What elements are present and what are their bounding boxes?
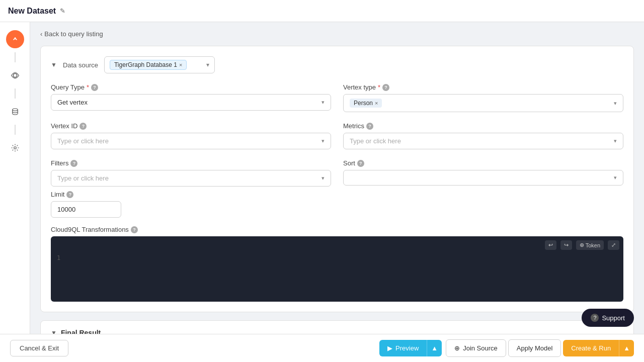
edit-icon[interactable]: ✎ xyxy=(60,7,65,15)
vertex-id-input[interactable]: Type or click here ▾ xyxy=(51,133,331,149)
sort-group: Sort ? ▾ xyxy=(343,159,623,187)
main-layout: ‹ Back to query listing ▼ Data source Ti… xyxy=(0,22,644,334)
metrics-group: Metrics ? Type or click here ▾ xyxy=(343,122,623,149)
line-number: 1 xyxy=(57,242,617,261)
form-grid: Query Type * ? Get vertex ▾ Vertex type … xyxy=(51,83,623,187)
bottom-bar: Cancel & Exit ▶ Preview ▲ ⊕ Join Source … xyxy=(0,334,644,362)
code-editor[interactable]: ↩ ↪ ⊕ Token ⤢ 1 xyxy=(51,236,623,302)
sort-chevron-icon: ▾ xyxy=(614,174,617,181)
expand-button[interactable]: ⤢ xyxy=(608,240,619,250)
support-icon: ? xyxy=(591,314,599,322)
final-result-card: ▼ Final Result xyxy=(40,320,634,334)
filters-label: Filters ? xyxy=(51,159,331,167)
limit-help-icon[interactable]: ? xyxy=(66,191,73,198)
sidebar-icon-database[interactable] xyxy=(6,103,24,121)
apply-model-button[interactable]: Apply Model xyxy=(508,339,561,357)
sort-label: Sort ? xyxy=(343,159,623,167)
sort-help-icon[interactable]: ? xyxy=(357,160,364,167)
sidebar-connector-3 xyxy=(15,125,16,135)
sidebar-icon-logo[interactable] xyxy=(6,30,24,48)
cloud9ql-help-icon[interactable]: ? xyxy=(131,226,138,233)
metrics-input[interactable]: Type or click here ▾ xyxy=(343,133,623,149)
redo-button[interactable]: ↪ xyxy=(560,240,572,250)
collapse-icon[interactable]: ▼ xyxy=(51,61,57,68)
vertex-id-help-icon[interactable]: ? xyxy=(79,123,87,130)
required-star: * xyxy=(87,83,89,91)
support-button[interactable]: ? Support xyxy=(582,309,634,327)
vertex-type-tag: Person × xyxy=(350,99,382,108)
back-arrow-icon: ‹ xyxy=(40,30,42,38)
vertex-id-chevron-icon: ▾ xyxy=(321,138,325,144)
vertex-type-select[interactable]: Person × ▾ xyxy=(343,94,623,112)
content-area: ‹ Back to query listing ▼ Data source Ti… xyxy=(30,22,644,334)
page-title: New Dataset xyxy=(8,7,56,16)
sidebar-icon-preview[interactable] xyxy=(6,66,24,84)
metrics-help-icon[interactable]: ? xyxy=(366,123,373,130)
vertex-type-label: Vertex type * ? xyxy=(343,83,623,91)
limit-label: Limit ? xyxy=(51,191,623,198)
vertex-type-help-icon[interactable]: ? xyxy=(382,84,389,91)
preview-chevron-button[interactable]: ▲ xyxy=(427,340,442,356)
sort-input[interactable]: ▾ xyxy=(343,170,623,186)
final-result-header: ▼ Final Result xyxy=(51,329,623,334)
back-link[interactable]: ‹ Back to query listing xyxy=(40,30,634,38)
data-source-remove-icon[interactable]: × xyxy=(179,62,182,68)
data-source-row: ▼ Data source TigerGraph Database 1 × ▾ xyxy=(51,56,623,73)
filters-chevron-icon: ▾ xyxy=(321,175,325,182)
final-result-collapse-icon[interactable]: ▼ xyxy=(51,329,57,334)
vertex-id-group: Vertex ID ? Type or click here ▾ xyxy=(51,122,331,149)
join-plus-icon: ⊕ xyxy=(454,344,460,352)
sidebar-connector-2 xyxy=(15,88,16,99)
query-type-group: Query Type * ? Get vertex ▾ xyxy=(51,83,331,112)
data-source-select[interactable]: TigerGraph Database 1 × ▾ xyxy=(104,56,215,73)
metrics-chevron-icon: ▾ xyxy=(614,138,617,144)
cloud9ql-section: Cloud9QL Transformations ? ↩ ↪ ⊕ Token ⤢… xyxy=(51,226,623,302)
create-run-chevron-button[interactable]: ▲ xyxy=(619,340,634,356)
limit-section: Limit ? xyxy=(51,191,623,218)
editor-toolbar: ↩ ↪ ⊕ Token ⤢ xyxy=(545,240,619,250)
svg-point-3 xyxy=(12,109,18,111)
final-result-title: Final Result xyxy=(61,329,101,334)
action-buttons: ▶ Preview ▲ ⊕ Join Source Apply Model Cr… xyxy=(379,339,634,357)
sidebar-connector-1 xyxy=(15,52,16,62)
data-source-chevron-icon: ▾ xyxy=(206,61,209,68)
vertex-required-star: * xyxy=(378,83,380,91)
query-type-select[interactable]: Get vertex ▾ xyxy=(51,94,331,111)
query-type-label: Query Type * ? xyxy=(51,83,331,91)
play-icon: ▶ xyxy=(387,344,392,352)
undo-button[interactable]: ↩ xyxy=(545,240,556,250)
query-type-help-icon[interactable]: ? xyxy=(91,84,98,91)
top-bar: New Dataset ✎ xyxy=(0,0,644,22)
main-card: ▼ Data source TigerGraph Database 1 × ▾ … xyxy=(40,46,634,312)
data-source-label: Data source xyxy=(63,61,98,69)
sidebar-icon-settings[interactable] xyxy=(6,139,24,157)
filters-input[interactable]: Type or click here ▾ xyxy=(51,170,331,187)
svg-point-2 xyxy=(13,73,17,77)
limit-input[interactable] xyxy=(51,201,121,218)
filters-group: Filters ? Type or click here ▾ xyxy=(51,159,331,187)
token-button[interactable]: ⊕ Token xyxy=(576,240,604,250)
vertex-type-remove-icon[interactable]: × xyxy=(375,100,378,106)
cancel-button[interactable]: Cancel & Exit xyxy=(10,340,68,356)
preview-button[interactable]: ▶ Preview xyxy=(379,340,427,356)
token-icon: ⊕ xyxy=(580,242,584,248)
vertex-id-label: Vertex ID ? xyxy=(51,122,331,130)
cloud9ql-label: Cloud9QL Transformations ? xyxy=(51,226,623,233)
svg-point-1 xyxy=(14,37,16,39)
vertex-type-group: Vertex type * ? Person × ▾ xyxy=(343,83,623,112)
create-run-button[interactable]: Create & Run xyxy=(563,340,619,356)
vertex-type-chevron-icon: ▾ xyxy=(614,100,617,107)
filters-help-icon[interactable]: ? xyxy=(70,160,77,167)
query-type-chevron-icon: ▾ xyxy=(321,99,325,106)
metrics-label: Metrics ? xyxy=(343,122,623,130)
join-source-button[interactable]: ⊕ Join Source xyxy=(446,339,506,357)
data-source-tag: TigerGraph Database 1 × xyxy=(110,60,187,70)
sidebar xyxy=(0,22,30,334)
svg-point-4 xyxy=(14,147,16,149)
